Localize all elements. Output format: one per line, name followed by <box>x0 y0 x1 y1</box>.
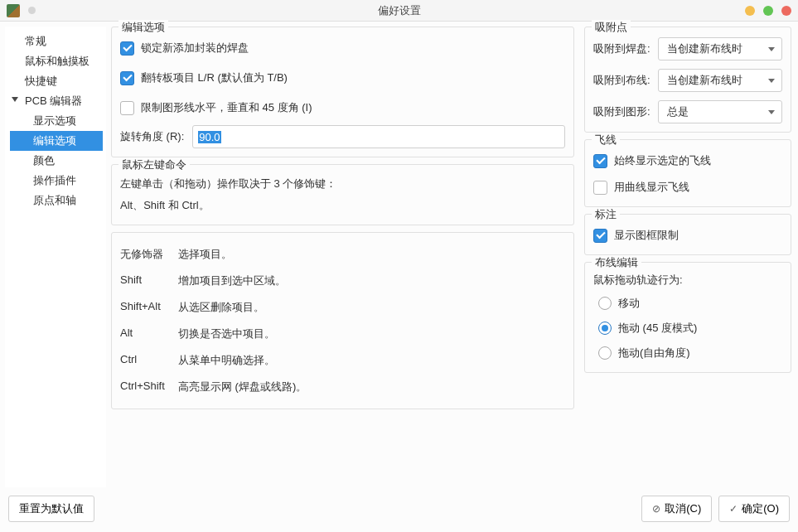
limit-45-checkbox[interactable] <box>120 101 134 115</box>
page-limit-checkbox[interactable] <box>593 229 607 243</box>
sidebar-item-edit-options[interactable]: 编辑选项 <box>10 131 103 151</box>
table-row: Shift增加项目到选中区域。 <box>120 268 565 294</box>
category-tree: 常规 鼠标和触摸板 快捷键 PCB 编辑器 显示选项 编辑选项 颜色 操作插件 … <box>5 27 106 487</box>
left-click-desc1: 左键单击（和拖动）操作取决于 3 个修饰键： <box>120 175 565 193</box>
sidebar-item-hotkeys[interactable]: 快捷键 <box>10 71 103 91</box>
sidebar-item-mouse[interactable]: 鼠标和触摸板 <box>10 51 103 71</box>
drag-45-label: 拖动 (45 度模式) <box>618 321 697 336</box>
drag-move-radio[interactable] <box>598 297 612 310</box>
group-title: 飞线 <box>592 133 620 148</box>
table-row: Ctrl从菜单中明确选择。 <box>120 347 565 374</box>
sidebar-item-origin[interactable]: 原点和轴 <box>10 191 103 210</box>
reset-defaults-button[interactable]: 重置为默认值 <box>8 496 94 522</box>
chevron-down-icon <box>768 47 775 51</box>
lock-pads-checkbox[interactable] <box>120 41 134 56</box>
snap-pad-label: 吸附到焊盘: <box>593 41 658 56</box>
edit-options-group: 编辑选项 锁定新添加封装的焊盘 翻转板项目 L/R (默认值为 T/B) 限制图… <box>111 27 574 157</box>
table-row: Ctrl+Shift高亮显示网 (焊盘或线路)。 <box>120 374 565 400</box>
sidebar-item-general[interactable]: 常规 <box>10 31 103 51</box>
always-show-ratsnest-checkbox[interactable] <box>593 154 607 168</box>
group-title: 鼠标左键命令 <box>118 157 190 172</box>
drag-move-label: 移动 <box>618 296 640 311</box>
drag-free-radio[interactable] <box>598 346 612 360</box>
dialog-footer: 重置为默认值 ⊘取消(C) ✓确定(O) <box>0 487 798 532</box>
modifier-table: 无修饰器选择项目。 Shift增加项目到选中区域。 Shift+Alt从选区删除… <box>120 241 565 400</box>
chevron-down-icon <box>768 110 775 114</box>
sidebar-item-pcb-editor[interactable]: PCB 编辑器 <box>10 91 103 111</box>
titlebar: 偏好设置 <box>0 0 798 22</box>
window-title: 偏好设置 <box>378 3 421 18</box>
lock-pads-label: 锁定新添加封装的焊盘 <box>141 41 249 56</box>
app-icon <box>7 4 20 17</box>
track-edit-group: 布线编辑 鼠标拖动轨迹行为: 移动 拖动 (45 度模式) 拖动(自由角度) <box>584 262 791 373</box>
minimize-icon[interactable] <box>745 6 755 16</box>
sidebar-item-display[interactable]: 显示选项 <box>10 111 103 131</box>
maximize-icon[interactable] <box>763 6 773 16</box>
left-click-desc2: Alt、Shift 和 Ctrl。 <box>120 196 565 215</box>
curve-ratsnest-label: 用曲线显示飞线 <box>614 180 689 195</box>
group-title: 编辑选项 <box>118 20 168 35</box>
chevron-down-icon <box>768 79 775 83</box>
snap-pad-select[interactable]: 当创建新布线时 <box>658 37 782 60</box>
titlebar-decoration <box>28 7 36 14</box>
left-click-group: 鼠标左键命令 左键单击（和拖动）操作取决于 3 个修饰键： Alt、Shift … <box>111 164 574 225</box>
sidebar-item-colors[interactable]: 颜色 <box>10 151 103 171</box>
always-show-ratsnest-label: 始终显示选定的飞线 <box>614 153 711 168</box>
drag-45-radio[interactable] <box>598 322 612 335</box>
table-row: Shift+Alt从选区删除项目。 <box>120 294 565 321</box>
cancel-icon: ⊘ <box>652 503 660 515</box>
ok-button[interactable]: ✓确定(O) <box>718 496 790 522</box>
cancel-button[interactable]: ⊘取消(C) <box>641 496 712 522</box>
snap-graphic-select[interactable]: 总是 <box>658 100 782 123</box>
snap-track-select[interactable]: 当创建新布线时 <box>658 69 782 92</box>
drag-behavior-label: 鼠标拖动轨迹行为: <box>593 273 782 288</box>
snap-track-label: 吸附到布线: <box>593 73 658 88</box>
table-row: Alt切换是否选中项目。 <box>120 321 565 347</box>
rotation-input[interactable]: 90.0 <box>192 125 565 148</box>
close-icon[interactable] <box>781 6 791 16</box>
check-icon: ✓ <box>729 503 738 515</box>
window-controls <box>745 6 791 16</box>
table-row: 无修饰器选择项目。 <box>120 241 565 268</box>
ratsnest-group: 飞线 始终显示选定的飞线 用曲线显示飞线 <box>584 139 791 207</box>
group-title: 吸附点 <box>592 20 631 35</box>
modifier-table-box: 无修饰器选择项目。 Shift增加项目到选中区域。 Shift+Alt从选区删除… <box>111 232 574 409</box>
group-title: 标注 <box>592 207 620 222</box>
curve-ratsnest-checkbox[interactable] <box>593 181 607 195</box>
snap-group: 吸附点 吸附到焊盘: 当创建新布线时 吸附到布线: 当创建新布线时 吸附到图形:… <box>584 27 791 133</box>
limit-45-label: 限制图形线水平，垂直和 45 度角 (I) <box>141 100 312 115</box>
drag-free-label: 拖动(自由角度) <box>618 346 690 360</box>
rotation-label: 旋转角度 (R): <box>120 129 184 144</box>
annotation-group: 标注 显示图框限制 <box>584 214 791 255</box>
page-limit-label: 显示图框限制 <box>614 228 679 243</box>
flip-lr-label: 翻转板项目 L/R (默认值为 T/B) <box>141 70 288 85</box>
sidebar-item-plugins[interactable]: 操作插件 <box>10 171 103 191</box>
group-title: 布线编辑 <box>592 255 641 270</box>
flip-lr-checkbox[interactable] <box>120 71 134 85</box>
snap-graphic-label: 吸附到图形: <box>593 104 658 119</box>
